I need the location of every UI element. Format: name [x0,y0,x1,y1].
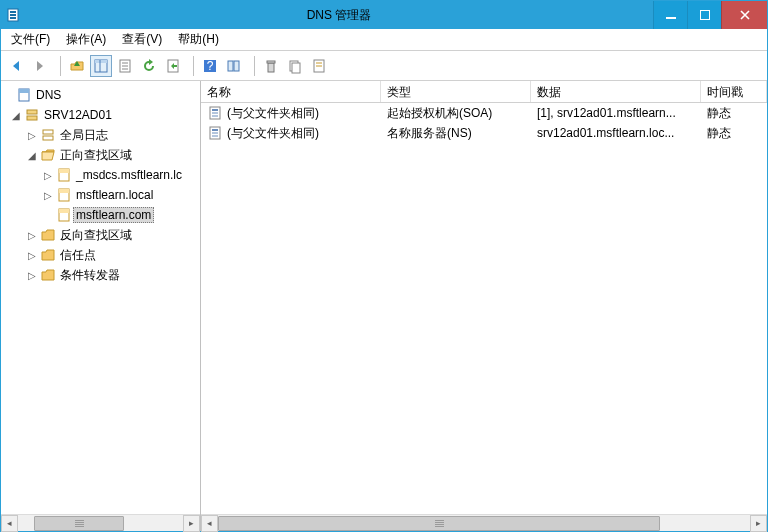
tree-node-zone3[interactable]: msftlearn.com [1,205,200,225]
svg-rect-5 [700,10,710,20]
col-ts[interactable]: 时间戳 [701,81,767,102]
list-pane: 名称 类型 数据 时间戳 (与父文件夹相同) 起始授权机构(SOA) [1], … [201,81,767,531]
close-button[interactable] [721,1,767,29]
scroll-track[interactable] [18,515,183,532]
svg-rect-2 [10,14,16,16]
forward-button[interactable] [29,55,51,77]
menu-view[interactable]: 查看(V) [114,29,170,50]
tree-node-zone1[interactable]: ▷ _msdcs.msftlearn.lc [1,165,200,185]
up-folder-button[interactable] [66,55,88,77]
export-button[interactable] [162,55,184,77]
zone-icon [55,167,73,183]
tree[interactable]: DNS ◢ SRV12AD01 ▷ 全局日志 ◢ 正向查找区域 [1,81,200,514]
cell-name: (与父文件夹相同) [227,105,319,122]
refresh-button[interactable] [138,55,160,77]
scroll-track[interactable] [218,515,750,532]
zone-icon [55,207,73,223]
toolbar-separator [254,56,255,76]
tree-node-trust[interactable]: ▷ 信任点 [1,245,200,265]
tree-label: 反向查找区域 [57,226,135,245]
expand-icon[interactable]: ▷ [41,190,55,201]
list-body[interactable]: (与父文件夹相同) 起始授权机构(SOA) [1], srv12ad01.msf… [201,103,767,514]
menu-help[interactable]: 帮助(H) [170,29,227,50]
svg-rect-29 [43,130,53,134]
svg-rect-26 [19,89,29,93]
svg-rect-4 [666,17,676,19]
record-icon [207,105,223,121]
tree-node-reverse-zones[interactable]: ▷ 反向查找区域 [1,225,200,245]
dns-manager-window: DNS 管理器 文件(F) 操作(A) 查看(V) 帮助(H) ? [0,0,768,532]
properties-button[interactable] [114,55,136,77]
log-icon [39,127,57,143]
expand-icon[interactable]: ▷ [25,130,39,141]
svg-rect-16 [228,61,233,71]
toolbar-separator [60,56,61,76]
menu-file[interactable]: 文件(F) [3,29,58,50]
tree-node-forwarders[interactable]: ▷ 条件转发器 [1,265,200,285]
tree-node-forward-zones[interactable]: ◢ 正向查找区域 [1,145,200,165]
scroll-left-button[interactable]: ◂ [1,515,18,532]
menu-action[interactable]: 操作(A) [58,29,114,50]
cell-type: 名称服务器(NS) [387,125,472,142]
window-title: DNS 管理器 [25,7,653,24]
svg-rect-34 [59,189,69,193]
col-data[interactable]: 数据 [531,81,701,102]
tree-pane: DNS ◢ SRV12AD01 ▷ 全局日志 ◢ 正向查找区域 [1,81,201,531]
expand-icon[interactable]: ▷ [25,270,39,281]
minimize-button[interactable] [653,1,687,29]
folder-open-icon [39,147,57,163]
dns-root-icon [15,87,33,103]
delete-button[interactable] [260,55,282,77]
svg-rect-30 [43,136,53,140]
svg-rect-32 [59,169,69,173]
tree-hscroll[interactable]: ◂ ▸ [1,514,200,531]
scroll-right-button[interactable]: ▸ [183,515,200,532]
scroll-right-button[interactable]: ▸ [750,515,767,532]
copy-button[interactable] [284,55,306,77]
svg-rect-1 [10,11,16,13]
tree-node-server[interactable]: ◢ SRV12AD01 [1,105,200,125]
tree-label: 条件转发器 [57,266,123,285]
server-icon [23,107,41,123]
scroll-left-button[interactable]: ◂ [201,515,218,532]
view-details-button[interactable] [90,55,112,77]
expand-icon[interactable]: ▷ [25,230,39,241]
col-name[interactable]: 名称 [201,81,381,102]
column-headers: 名称 类型 数据 时间戳 [201,81,767,103]
collapse-icon[interactable]: ◢ [25,150,39,161]
expand-icon[interactable]: ▷ [41,170,55,181]
window-controls [653,1,767,29]
app-icon [1,7,25,23]
svg-rect-18 [268,63,274,72]
list-row[interactable]: (与父文件夹相同) 起始授权机构(SOA) [1], srv12ad01.msf… [201,103,767,123]
folder-icon [39,227,57,243]
maximize-button[interactable] [687,1,721,29]
svg-rect-19 [267,61,275,63]
expand-icon[interactable]: ▷ [25,250,39,261]
scroll-thumb[interactable] [218,516,660,531]
tree-node-global-log[interactable]: ▷ 全局日志 [1,125,200,145]
list-row[interactable]: (与父文件夹相同) 名称服务器(NS) srv12ad01.msftlearn.… [201,123,767,143]
svg-rect-36 [59,209,69,213]
back-button[interactable] [5,55,27,77]
tree-label: msftlearn.local [73,187,156,203]
collapse-icon[interactable]: ◢ [9,110,23,121]
record-icon [207,125,223,141]
col-type[interactable]: 类型 [381,81,531,102]
cell-data: [1], srv12ad01.msftlearn... [537,106,676,120]
new-record-button[interactable] [308,55,330,77]
tree-node-dns[interactable]: DNS [1,85,200,105]
tree-label: DNS [33,87,64,103]
tree-node-zone2[interactable]: ▷ msftlearn.local [1,185,200,205]
filter-button[interactable] [223,55,245,77]
list-hscroll[interactable]: ◂ ▸ [201,514,767,531]
tree-label: 信任点 [57,246,99,265]
svg-rect-7 [95,60,107,63]
toolbar: ? [1,51,767,81]
svg-rect-17 [234,61,239,71]
zone-icon [55,187,73,203]
tree-label: msftlearn.com [73,207,154,223]
tree-label: 正向查找区域 [57,146,135,165]
scroll-thumb[interactable] [34,516,124,531]
help-button[interactable]: ? [199,55,221,77]
